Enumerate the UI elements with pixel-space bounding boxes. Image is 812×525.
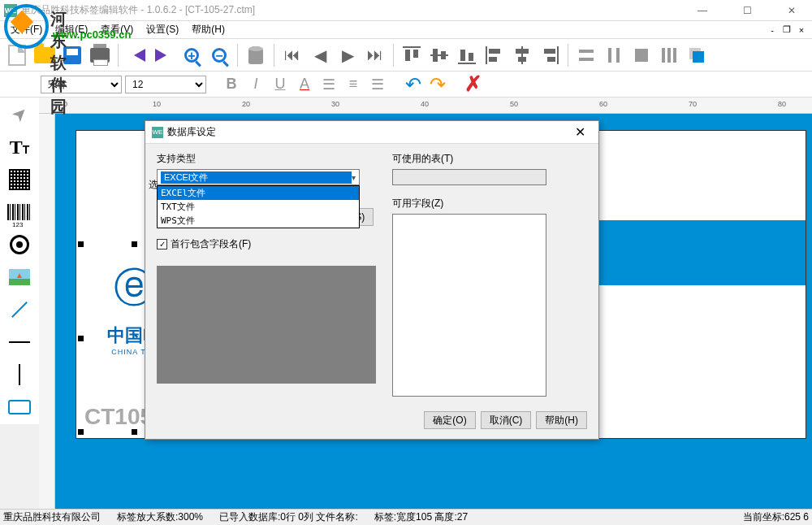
text-align-center-button[interactable]: ≡ <box>343 74 364 95</box>
same-height-icon <box>605 46 623 64</box>
fields-listbox[interactable] <box>392 214 546 397</box>
menu-edit[interactable]: 编辑(E) <box>49 21 94 38</box>
zoom-in-button[interactable]: + <box>179 42 205 68</box>
pointer-tool[interactable]: ➤ <box>5 102 34 128</box>
type-label: 支持类型 <box>157 152 376 166</box>
dialog-icon: WE <box>152 127 163 138</box>
database-settings-dialog: WE 数据库设定 ✕ 支持类型 EXCEl文件 ▾ EXCEl文件 TXT文件 … <box>145 120 599 440</box>
align-hcenter-button[interactable] <box>509 42 535 68</box>
maximize-button[interactable]: ☐ <box>731 5 763 16</box>
align-vcenter-button[interactable] <box>426 42 452 68</box>
mdi-close[interactable]: × <box>795 24 808 36</box>
same-height-button[interactable] <box>601 42 627 68</box>
align-bottom-button[interactable] <box>454 42 480 68</box>
font-color-button[interactable]: A <box>294 74 315 95</box>
menu-help[interactable]: 帮助(H) <box>185 21 231 38</box>
align-top-icon <box>403 46 421 64</box>
separator <box>118 44 119 67</box>
same-width-button[interactable] <box>573 42 599 68</box>
menu-view[interactable]: 查看(V) <box>94 21 140 38</box>
mdi-restore[interactable]: ❐ <box>780 24 793 36</box>
nav-next-button[interactable]: ▶ <box>335 42 361 68</box>
text-align-right-button[interactable]: ☰ <box>367 74 388 95</box>
zoom-in-icon: + <box>184 48 199 63</box>
rectangle-tool[interactable] <box>5 394 34 420</box>
undo-button[interactable] <box>123 42 149 68</box>
align-right-button[interactable] <box>537 42 563 68</box>
bold-button[interactable]: B <box>221 74 242 95</box>
redo-curve-button[interactable]: ↷ <box>427 74 448 95</box>
open-icon <box>34 47 55 63</box>
qrcode-tool[interactable] <box>5 167 34 193</box>
delete-button[interactable]: ✗ <box>463 74 484 95</box>
align-bottom-icon <box>458 46 476 64</box>
bring-front-button[interactable] <box>684 42 710 68</box>
italic-button[interactable]: I <box>245 74 266 95</box>
minimize-button[interactable]: — <box>686 5 719 16</box>
close-button[interactable]: ✕ <box>775 5 808 16</box>
distribute-h-button[interactable] <box>656 42 682 68</box>
nav-first-icon: ⏮ <box>284 46 300 64</box>
image-tool[interactable] <box>5 264 34 290</box>
help-button[interactable]: 帮助(H) <box>536 411 587 429</box>
menu-settings[interactable]: 设置(S) <box>140 21 185 38</box>
status-database: 已导入数据库:0行 0列 文件名称: <box>219 510 358 524</box>
barcode-tool[interactable] <box>5 199 34 225</box>
undo-curve-button[interactable]: ↶ <box>403 74 424 95</box>
type-option-excel[interactable]: EXCEl文件 <box>158 186 359 200</box>
type-option-txt[interactable]: TXT文件 <box>158 200 359 214</box>
same-size-icon <box>633 46 650 64</box>
redo-button[interactable] <box>151 42 177 68</box>
text-tool[interactable]: TT <box>5 134 34 160</box>
dialog-close-button[interactable]: ✕ <box>568 124 592 140</box>
tables-label: 可使用的表(T) <box>392 152 587 166</box>
redo-icon <box>155 49 173 62</box>
type-option-wps[interactable]: WPS文件 <box>158 214 359 228</box>
mdi-minimize[interactable]: - <box>766 24 779 36</box>
open-button[interactable] <box>32 42 58 68</box>
align-vcenter-icon <box>430 46 448 64</box>
rectangle-icon <box>8 400 31 414</box>
database-icon <box>248 46 263 64</box>
diagonal-line-icon <box>11 302 28 318</box>
zoom-out-button[interactable]: − <box>206 42 232 68</box>
dialog-titlebar[interactable]: WE 数据库设定 ✕ <box>145 121 598 144</box>
status-cursor: 当前坐标:625 6 <box>743 510 809 524</box>
save-button[interactable] <box>59 42 85 68</box>
undo-icon <box>127 49 145 62</box>
diagonal-line-tool[interactable] <box>5 297 34 323</box>
new-button[interactable] <box>4 42 30 68</box>
format-toolbar: 宋体 12 B I U A ☰ ≡ ☰ ↶ ↷ ✗ <box>0 72 812 98</box>
horizontal-line-tool[interactable] <box>5 329 34 355</box>
tables-combobox[interactable] <box>392 169 546 185</box>
align-top-button[interactable] <box>399 42 425 68</box>
same-size-button[interactable] <box>628 42 654 68</box>
nav-first-button[interactable]: ⏮ <box>279 42 305 68</box>
cancel-button[interactable]: 取消(C) <box>481 411 532 429</box>
align-hcenter-icon <box>513 46 531 64</box>
font-family-select[interactable]: 宋体 <box>41 76 122 93</box>
print-icon <box>90 48 110 63</box>
nav-prev-button[interactable]: ◀ <box>307 42 333 68</box>
nav-last-icon: ⏭ <box>367 46 383 64</box>
target-tool[interactable] <box>5 232 34 258</box>
underline-button[interactable]: U <box>270 74 291 95</box>
align-left-icon <box>486 46 503 64</box>
menu-file[interactable]: 文件(F) <box>4 21 49 38</box>
ok-button[interactable]: 确定(O) <box>424 411 475 429</box>
nav-last-button[interactable]: ⏭ <box>362 42 388 68</box>
font-size-select[interactable]: 12 <box>125 76 206 93</box>
status-size: 标签:宽度105 高度:27 <box>374 510 468 524</box>
statusbar: 重庆品胜科技有限公司 标签放大系数:300% 已导入数据库:0行 0列 文件名称… <box>0 509 812 525</box>
type-combobox[interactable]: EXCEl文件 ▾ EXCEl文件 TXT文件 WPS文件 <box>157 169 360 185</box>
print-button[interactable] <box>87 42 113 68</box>
database-button[interactable] <box>243 42 269 68</box>
vertical-line-tool[interactable] <box>5 362 34 388</box>
text-align-left-button[interactable]: ☰ <box>318 74 339 95</box>
align-left-button[interactable] <box>482 42 508 68</box>
align-right-icon <box>541 46 559 64</box>
first-row-checkbox[interactable]: ✓ <box>157 239 167 249</box>
separator <box>393 44 394 67</box>
vertical-ruler <box>39 114 55 509</box>
chevron-down-icon: ▾ <box>352 173 356 182</box>
